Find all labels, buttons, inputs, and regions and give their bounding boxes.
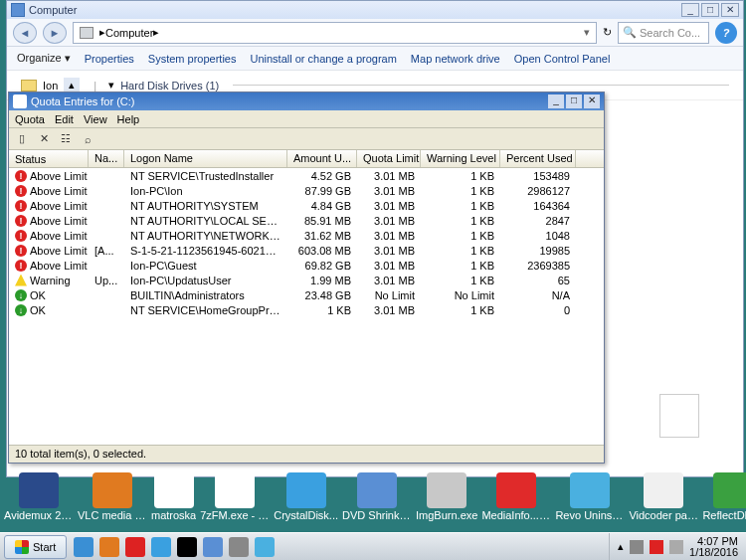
desktop-shortcut[interactable]: ImgBurn.exe [416, 472, 477, 532]
explorer-titlebar[interactable]: Computer _ □ ✕ [7, 1, 743, 19]
desktop-shortcut[interactable]: 7zFM.exe - Shortcut [200, 472, 270, 532]
find-button[interactable]: ⌕ [79, 130, 96, 148]
grid-body[interactable]: Above LimitNT SERVICE\TrustedInstaller4.… [9, 168, 604, 445]
quota-titlebar[interactable]: Quota Entries for (C:) _ □ ✕ [9, 93, 604, 110]
table-row[interactable]: Above Limit[A...S-1-5-21-1123561945-6021… [9, 243, 604, 258]
status-icon [15, 230, 27, 242]
tray-icon[interactable] [650, 540, 663, 554]
maximize-button[interactable]: □ [566, 94, 582, 108]
search-placeholder: Search Co... [640, 27, 700, 39]
close-button[interactable]: ✕ [584, 94, 600, 108]
refresh-button[interactable]: ↻ [603, 26, 612, 39]
shortcut-label: matroska [151, 509, 196, 521]
organize-menu[interactable]: Organize ▾ [17, 52, 71, 65]
new-button[interactable]: ▯ [13, 130, 31, 148]
col-amount[interactable]: Amount U... [287, 150, 357, 167]
desktop-shortcut[interactable]: Vidcoder password f... [629, 472, 698, 532]
cell-pct: N/A [500, 289, 576, 301]
back-button[interactable]: ◄ [13, 22, 37, 44]
cell-warn: 1 KB [421, 245, 500, 257]
table-row[interactable]: WarningUp...Ion-PC\UpdatusUser1.99 MB3.0… [9, 273, 604, 287]
menu-help[interactable]: Help [117, 113, 140, 125]
folder-name[interactable]: Ion [43, 80, 58, 92]
table-row[interactable]: OKNT SERVICE\HomeGroupProvider1 KB3.01 M… [9, 302, 604, 317]
taskbar-app[interactable] [255, 537, 275, 557]
desktop-shortcut[interactable]: DVD Shrink 3.2 [342, 472, 412, 532]
desktop-file[interactable]: x264.stats.... [645, 394, 714, 452]
opencp-cmd[interactable]: Open Control Panel [514, 53, 611, 65]
desktop-shortcut[interactable]: ReflectDL(... [702, 472, 746, 532]
cell-pct: 1048 [500, 230, 576, 242]
hdd-header[interactable]: Hard Disk Drives (1) [120, 80, 219, 92]
quota-title: Quota Entries for (C:) [31, 95, 135, 107]
minimize-button[interactable]: _ [681, 3, 699, 17]
close-button[interactable]: ✕ [721, 3, 739, 17]
uninstall-cmd[interactable]: Uninstall or change a program [251, 53, 397, 65]
search-box[interactable]: 🔍 Search Co... [618, 22, 709, 44]
menu-view[interactable]: View [84, 113, 107, 125]
cell-pct: 2847 [500, 215, 576, 227]
col-pct[interactable]: Percent Used [500, 150, 576, 167]
taskbar-app[interactable] [177, 537, 197, 557]
dropdown-icon[interactable]: ▾ [584, 26, 590, 39]
shortcut-label: MediaInfo... - Shortcut ... [481, 509, 551, 521]
address-bar[interactable]: ▸ Computer ▸ ▾ [73, 22, 597, 44]
status-text: Above Limit [30, 230, 87, 242]
table-row[interactable]: Above LimitNT AUTHORITY\NETWORK SER...31… [9, 228, 604, 243]
table-row[interactable]: Above LimitIon-PC\Guest69.82 GB3.01 MB1 … [9, 258, 604, 273]
maximize-button[interactable]: □ [701, 3, 719, 17]
desktop-shortcut[interactable]: Avidemux 2.6 - 64 bits [4, 472, 74, 532]
forward-button[interactable]: ► [43, 22, 67, 44]
command-bar: Organize ▾ Properties System properties … [7, 47, 743, 71]
app-icon [570, 472, 610, 508]
menu-quota[interactable]: Quota [15, 113, 45, 125]
desktop-shortcut[interactable]: Revo Uninstaller [555, 472, 625, 532]
col-name[interactable]: Na... [89, 150, 124, 167]
taskbar-app[interactable] [74, 537, 93, 557]
desktop-shortcut[interactable]: VLC media player [78, 472, 147, 532]
cell-amount: 1 KB [287, 304, 357, 316]
col-limit[interactable]: Quota Limit [357, 150, 421, 167]
desktop-shortcut[interactable]: CrystalDisk... [274, 472, 338, 532]
start-button[interactable]: Start [4, 535, 67, 559]
table-row[interactable]: Above LimitNT SERVICE\TrustedInstaller4.… [9, 168, 604, 183]
help-button[interactable]: ? [715, 22, 737, 44]
desktop-shortcut[interactable]: matroska [151, 472, 196, 532]
properties-cmd[interactable]: Properties [85, 53, 134, 65]
status-text: Warning [30, 275, 71, 286]
col-warn[interactable]: Warning Level [421, 150, 500, 167]
properties-button[interactable]: ☷ [57, 130, 75, 148]
taskbar-app[interactable] [151, 537, 171, 557]
delete-button[interactable]: ✕ [35, 130, 53, 148]
table-row[interactable]: OKBUILTIN\Administrators23.48 GBNo Limit… [9, 287, 604, 302]
status-icon [15, 200, 27, 212]
system-tray[interactable]: ▴ 4:07 PM 1/18/2016 [609, 533, 746, 560]
cell-logon: NT AUTHORITY\NETWORK SER... [124, 230, 287, 242]
taskbar-app[interactable] [229, 537, 249, 557]
col-status[interactable]: Status [9, 150, 89, 167]
clock[interactable]: 4:07 PM 1/18/2016 [689, 536, 738, 558]
mapnet-cmd[interactable]: Map network drive [411, 53, 500, 65]
app-icon [644, 472, 683, 508]
taskbar-app[interactable] [125, 537, 145, 557]
col-logon[interactable]: Logon Name [124, 150, 287, 167]
menu-edit[interactable]: Edit [55, 113, 74, 125]
cell-amount: 31.62 MB [287, 230, 357, 242]
table-row[interactable]: Above LimitNT AUTHORITY\LOCAL SERVICE85.… [9, 213, 604, 228]
table-row[interactable]: Above LimitIon-PC\Ion87.99 GB3.01 MB1 KB… [9, 183, 604, 198]
taskbar-app[interactable] [203, 537, 223, 557]
desktop-shortcut[interactable]: MediaInfo... - Shortcut ... [481, 472, 551, 532]
cell-logon: NT SERVICE\HomeGroupProvider [124, 304, 287, 316]
cell-warn: 1 KB [421, 260, 500, 272]
sysprops-cmd[interactable]: System properties [148, 53, 237, 65]
volume-icon[interactable] [669, 540, 683, 554]
table-row[interactable]: Above LimitNT AUTHORITY\SYSTEM4.84 GB3.0… [9, 198, 604, 213]
cell-amount: 4.84 GB [287, 200, 357, 212]
taskbar-app[interactable] [99, 537, 119, 557]
minimize-button[interactable]: _ [548, 94, 564, 108]
dropdown-icon[interactable]: ▾ [108, 79, 114, 92]
cell-name: [A... [89, 245, 124, 257]
quota-icon [13, 94, 27, 108]
tray-icon[interactable] [630, 540, 644, 554]
tray-chevron-icon[interactable]: ▴ [618, 540, 624, 553]
